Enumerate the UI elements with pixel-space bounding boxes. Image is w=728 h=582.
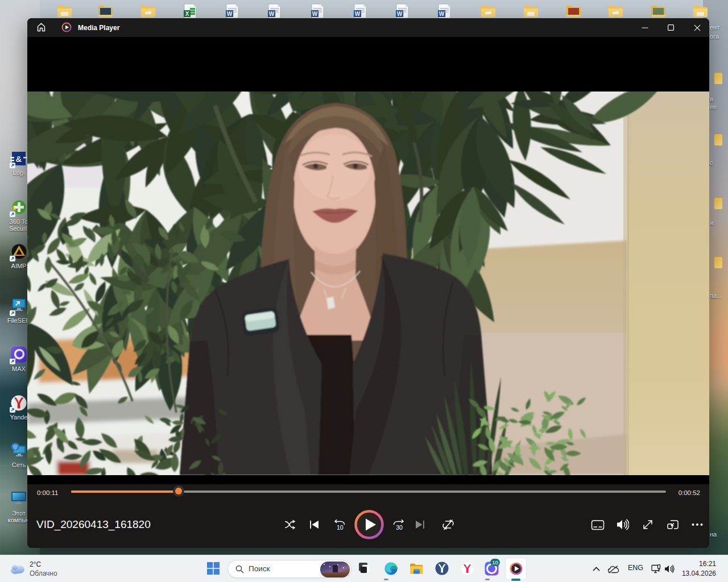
svg-text:W: W — [439, 11, 445, 17]
svg-text:30: 30 — [396, 524, 403, 531]
svg-text:W: W — [227, 11, 233, 17]
svg-text:X: X — [185, 11, 189, 17]
svg-text:W: W — [269, 11, 275, 17]
svg-text:W: W — [312, 11, 318, 17]
svg-text:W: W — [355, 11, 361, 17]
svg-text:10: 10 — [337, 524, 344, 531]
svg-text:&: & — [16, 154, 22, 164]
svg-text:W: W — [397, 11, 403, 17]
